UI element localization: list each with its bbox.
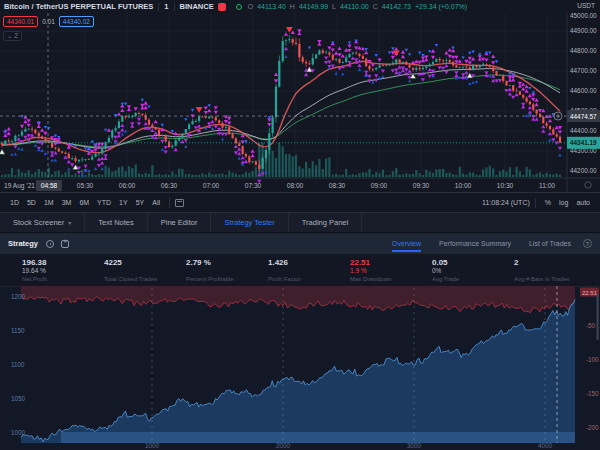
- stat-value: 2.79 %: [186, 258, 268, 267]
- go-to-date-icon[interactable]: [175, 199, 184, 207]
- scrollbar-thumb: [597, 294, 599, 340]
- sell-button[interactable]: 44340.01: [3, 16, 38, 27]
- ohlc-key: C: [373, 3, 378, 10]
- panel-tab-strategy-tester[interactable]: Strategy Tester: [211, 213, 288, 232]
- svg-text:44341.19: 44341.19: [570, 139, 597, 146]
- price-chart-svg[interactable]: 45000.0044900.0044800.0044700.0044600.00…: [0, 13, 600, 192]
- range-button-1y[interactable]: 1Y: [115, 197, 132, 208]
- ohlc-value: 44110.00: [340, 3, 369, 10]
- stat-label: Total Closed Trades: [104, 275, 186, 283]
- divider: [174, 3, 175, 11]
- stat-label: Profit Factor: [268, 275, 350, 283]
- divider: [169, 198, 170, 208]
- panel-tab-stock-screener[interactable]: Stock Screener▾: [0, 213, 85, 232]
- strategy-title: Strategy: [8, 239, 38, 248]
- report-tab-overview[interactable]: Overview: [392, 235, 421, 252]
- svg-text:07:00: 07:00: [203, 182, 220, 189]
- range-button-1d[interactable]: 1D: [6, 197, 23, 208]
- panel-tab-label: Text Notes: [98, 218, 133, 227]
- scale-button--[interactable]: %: [541, 197, 555, 208]
- exchange-label[interactable]: BINANCE: [180, 2, 214, 11]
- stat-value: 196.38: [22, 258, 104, 267]
- range-button-5d[interactable]: 5D: [23, 197, 40, 208]
- ohlc-value: 44149.99: [299, 3, 328, 10]
- divider: [535, 198, 536, 208]
- scale-button-log[interactable]: log: [555, 197, 572, 208]
- clock-label[interactable]: 11:08:24 (UTC): [482, 199, 530, 206]
- svg-text:08:30: 08:30: [329, 182, 346, 189]
- symbol-title[interactable]: Bitcoin / TetherUS PERPETUAL FUTURES: [4, 2, 153, 11]
- svg-text:2000: 2000: [276, 442, 291, 449]
- ohlc-key: O: [248, 3, 253, 10]
- buy-button[interactable]: 44340.02: [59, 16, 94, 27]
- gear-icon[interactable]: [46, 240, 54, 248]
- range-button-3m[interactable]: 3M: [58, 197, 76, 208]
- tradingview-app: Bitcoin / TetherUS PERPETUAL FUTURES 1 B…: [0, 0, 600, 450]
- svg-text:08:00: 08:00: [287, 182, 304, 189]
- range-button-ytd[interactable]: YTD: [93, 197, 115, 208]
- report-tab-performance-summary[interactable]: Performance Summary: [439, 235, 511, 252]
- range-button-6m[interactable]: 6M: [75, 197, 93, 208]
- symbol-header: Bitcoin / TetherUS PERPETUAL FUTURES 1 B…: [0, 0, 600, 13]
- chevron-down-icon: ⌄: [7, 32, 12, 39]
- strategy-tester-header: Strategy OverviewPerformance SummaryList…: [0, 233, 600, 254]
- svg-text:44700.00: 44700.00: [570, 67, 597, 74]
- panel-tab-text-notes[interactable]: Text Notes: [85, 213, 147, 232]
- axis-currency-label[interactable]: USDT: [577, 2, 595, 9]
- report-tab-list-of-trades[interactable]: List of Trades: [529, 235, 571, 252]
- ohlc-value: 44113.40: [257, 3, 286, 10]
- svg-text:44474.57: 44474.57: [570, 113, 597, 120]
- svg-text:1000: 1000: [145, 442, 160, 449]
- crosshair-price-badge: 44474.57: [567, 110, 600, 122]
- change-readout: +29.34 (+0.07%): [415, 3, 467, 10]
- svg-text:44200.00: 44200.00: [570, 167, 597, 174]
- range-button-all[interactable]: All: [148, 197, 164, 208]
- svg-text:19 Aug '21: 19 Aug '21: [4, 182, 35, 190]
- stat-subvalue: [104, 267, 186, 275]
- svg-text:06:30: 06:30: [161, 182, 178, 189]
- flag-icon[interactable]: [218, 3, 226, 11]
- svg-text:06:00: 06:00: [119, 182, 136, 189]
- range-button-5y[interactable]: 5Y: [132, 197, 149, 208]
- stat-subvalue: 0%: [432, 267, 514, 275]
- svg-text:1050: 1050: [11, 395, 26, 402]
- stat-max-drawdown: 22.511.9 %Max Drawdown: [350, 258, 432, 286]
- panel-tab-pine-editor[interactable]: Pine Editor: [148, 213, 212, 232]
- panel-tab-label: Pine Editor: [161, 218, 198, 227]
- svg-text:1200: 1200: [11, 293, 26, 300]
- svg-text:45000.00: 45000.00: [570, 13, 597, 19]
- ohlc-key: H: [290, 3, 295, 10]
- main-chart-panel[interactable]: 45000.0044900.0044800.0044700.0044600.00…: [0, 13, 600, 192]
- divider: [158, 3, 159, 11]
- stat-avg-trade: 0.050%Avg Trade: [432, 258, 514, 286]
- stat-value: 1.426: [268, 258, 350, 267]
- panel-tab-trading-panel[interactable]: Trading Panel: [289, 213, 362, 232]
- stat-label: Avg Trade: [432, 275, 514, 283]
- stat-subvalue: [514, 267, 596, 275]
- range-button-1m[interactable]: 1M: [40, 197, 58, 208]
- equity-chart-svg[interactable]: 1000200030004000120011501100105010000-50…: [0, 286, 600, 450]
- report-tabs: OverviewPerformance SummaryList of Trade…: [392, 235, 571, 252]
- svg-text:-50: -50: [586, 322, 596, 329]
- scale-button-auto[interactable]: auto: [572, 197, 594, 208]
- svg-text:22.51: 22.51: [582, 290, 598, 296]
- svg-text:4000: 4000: [538, 442, 553, 449]
- spread-label: 0.01: [41, 18, 56, 25]
- svg-text:11:00: 11:00: [539, 182, 555, 189]
- performance-stats-row: 196.3819.64 %Net Profit4225 Total Closed…: [0, 254, 600, 286]
- stat-value: 4225: [104, 258, 186, 267]
- interval-button[interactable]: 1: [164, 2, 168, 11]
- collapse-indicators-button[interactable]: ⌄ 2: [3, 31, 22, 41]
- svg-text:05:30: 05:30: [77, 182, 94, 189]
- add-strategy-icon[interactable]: [61, 240, 69, 248]
- svg-text:-100: -100: [586, 356, 599, 363]
- equity-curve-panel[interactable]: 1000200030004000120011501100105010000-50…: [0, 286, 600, 450]
- chart-toolbar: 1D5D1M3M6MYTD1Y5YAll 11:08:24 (UTC) %log…: [0, 192, 600, 213]
- stat-subvalue: [186, 267, 268, 275]
- svg-text:44600.00: 44600.00: [570, 87, 597, 94]
- stat-value: 22.51: [350, 258, 432, 267]
- stat-subvalue: 1.9 %: [350, 267, 432, 275]
- panel-tab-label: Trading Panel: [302, 218, 348, 227]
- stat-value: 2: [514, 258, 596, 267]
- help-icon[interactable]: ?: [583, 239, 592, 248]
